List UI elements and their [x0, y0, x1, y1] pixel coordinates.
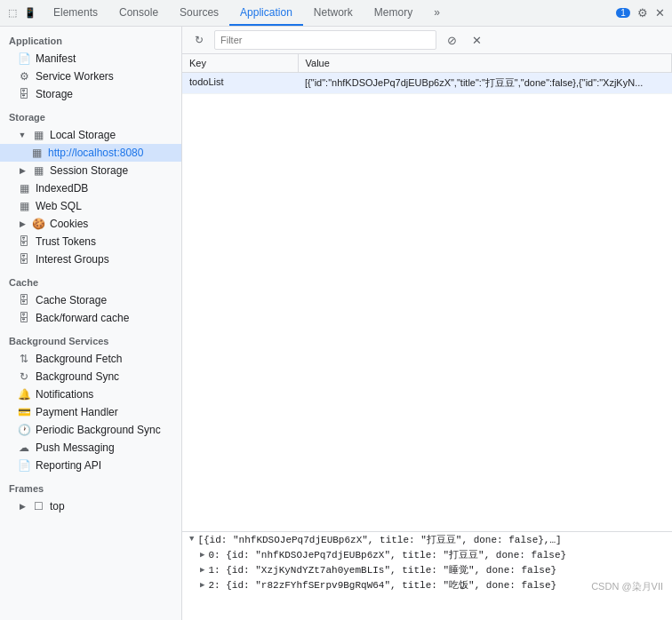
tab-sources[interactable]: Sources: [169, 0, 229, 26]
expand-frames-icon: ▶: [18, 502, 27, 511]
tab-more[interactable]: »: [423, 0, 451, 26]
websql-label: Web SQL: [36, 200, 82, 212]
table-cell-key: todoList: [182, 73, 298, 94]
tab-application[interactable]: Application: [229, 0, 303, 26]
frame-icon: ☐: [32, 500, 44, 513]
expand-icon-3[interactable]: ▶: [200, 580, 204, 590]
sidebar-item-manifest[interactable]: 📄 Manifest: [0, 50, 181, 68]
expand-icon-1[interactable]: ▶: [200, 550, 204, 560]
bottom-console: ▼ [{id: "nhfKDSOJePq7djEUBp6zX", title: …: [182, 531, 672, 620]
cookies-label: Cookies: [50, 218, 88, 230]
back-forward-cache-label: Back/forward cache: [36, 312, 129, 324]
sidebar: Application 📄 Manifest ⚙ Service Workers…: [0, 27, 182, 620]
content-area: ↻ ⊘ ✕ Key Value todoList [{"id":"nhfKDSO…: [182, 27, 672, 620]
local-storage-icon: ▦: [32, 129, 44, 141]
notifications-icon: 🔔: [18, 388, 30, 401]
refresh-button[interactable]: ↻: [189, 30, 209, 50]
console-line-1: ▶ 0: {id: "nhfKDSOJePq7djEUBp6zX", title…: [182, 547, 672, 562]
push-messaging-icon: ☁: [18, 441, 30, 454]
notification-badge: 1: [616, 8, 630, 18]
gear-icon: ⚙: [18, 70, 30, 83]
storage-icon: 🗄: [18, 88, 30, 100]
section-storage-label: Storage: [0, 103, 181, 126]
table-cell-value: [{"id":"nhfKDSOJePq7djEUBp6zX","title":"…: [298, 73, 672, 94]
storage-label: Storage: [36, 88, 73, 100]
filter-input[interactable]: [214, 30, 436, 50]
settings-icon[interactable]: ⚙: [637, 6, 648, 20]
notifications-label: Notifications: [36, 388, 93, 401]
indexeddb-label: IndexedDB: [36, 182, 88, 195]
interest-groups-icon: 🗄: [18, 253, 30, 266]
sidebar-item-periodic-bg-sync[interactable]: 🕐 Periodic Background Sync: [0, 421, 181, 439]
sidebar-item-reporting-api[interactable]: 📄 Reporting API: [0, 457, 181, 474]
periodic-bg-sync-label: Periodic Background Sync: [36, 424, 161, 436]
sidebar-item-websql[interactable]: ▦ Web SQL: [0, 197, 181, 215]
localhost-icon: ▦: [30, 147, 43, 159]
sidebar-item-payment-handler[interactable]: 💳 Payment Handler: [0, 403, 181, 421]
tab-elements[interactable]: Elements: [43, 0, 108, 26]
sidebar-item-trust-tokens[interactable]: 🗄 Trust Tokens: [0, 233, 181, 250]
sidebar-item-storage[interactable]: 🗄 Storage: [0, 85, 181, 103]
value-column-header: Value: [298, 54, 672, 73]
expand-cookies-icon: ▶: [18, 219, 27, 228]
sidebar-item-indexeddb[interactable]: ▦ IndexedDB: [0, 179, 181, 197]
payment-handler-icon: 💳: [18, 406, 30, 418]
sidebar-item-interest-groups[interactable]: 🗄 Interest Groups: [0, 250, 181, 268]
block-button[interactable]: ⊘: [442, 30, 461, 50]
expand-local-storage-icon: ▼: [18, 131, 27, 139]
sidebar-item-session-storage[interactable]: ▶ ▦ Session Storage: [0, 162, 181, 179]
console-line-3: ▶ 2: {id: "r82zFYhfSErpv9BgRqW64", title…: [182, 577, 672, 592]
sidebar-item-localhost[interactable]: ▦ http://localhost:8080: [0, 144, 181, 162]
reporting-api-icon: 📄: [18, 459, 30, 472]
console-text-3: 2: {id: "r82zFYhfSErpv9BgRqW64", title: …: [208, 578, 556, 592]
tab-console[interactable]: Console: [108, 0, 169, 26]
console-line-0: ▼ [{id: "nhfKDSOJePq7djEUBp6zX", title: …: [182, 532, 672, 547]
section-frames-label: Frames: [0, 474, 181, 497]
payment-handler-label: Payment Handler: [36, 406, 118, 418]
sidebar-item-top-frame[interactable]: ▶ ☐ top: [0, 497, 181, 515]
tab-network[interactable]: Network: [303, 0, 364, 26]
sidebar-item-notifications[interactable]: 🔔 Notifications: [0, 386, 181, 403]
tab-memory[interactable]: Memory: [364, 0, 423, 26]
sidebar-item-service-workers[interactable]: ⚙ Service Workers: [0, 68, 181, 85]
clear-button[interactable]: ✕: [467, 30, 486, 50]
websql-icon: ▦: [18, 200, 30, 212]
top-bar-right: 1 ⚙ ✕: [616, 6, 672, 20]
section-application-label: Application: [0, 27, 181, 50]
cookies-icon: 🍪: [32, 218, 44, 230]
back-forward-cache-icon: 🗄: [18, 312, 30, 324]
key-column-header: Key: [182, 54, 298, 73]
expand-session-icon: ▶: [18, 166, 27, 175]
console-text-1: 0: {id: "nhfKDSOJePq7djEUBp6zX", title: …: [208, 548, 566, 561]
sidebar-item-push-messaging[interactable]: ☁ Push Messaging: [0, 439, 181, 457]
device-icon[interactable]: 📱: [23, 6, 37, 20]
console-line-2: ▶ 1: {id: "XzjKyNdYZt7ah0yemBLIs", title…: [182, 562, 672, 577]
sidebar-item-bg-sync[interactable]: ↻ Background Sync: [0, 368, 181, 386]
top-frame-label: top: [50, 500, 65, 513]
bg-fetch-label: Background Fetch: [36, 353, 122, 365]
trust-tokens-icon: 🗄: [18, 235, 30, 248]
devtools-icons: ⬚ 📱: [0, 6, 43, 20]
local-storage-label: Local Storage: [50, 129, 116, 141]
interest-groups-label: Interest Groups: [36, 253, 109, 266]
section-bg-services-label: Background Services: [0, 327, 181, 350]
periodic-bg-sync-icon: 🕐: [18, 424, 30, 436]
session-storage-label: Session Storage: [50, 164, 128, 177]
sidebar-item-cookies[interactable]: ▶ 🍪 Cookies: [0, 215, 181, 233]
expand-icon-0[interactable]: ▼: [189, 535, 194, 544]
sidebar-item-cache-storage[interactable]: 🗄 Cache Storage: [0, 291, 181, 309]
close-icon[interactable]: ✕: [655, 6, 665, 20]
bg-fetch-icon: ⇅: [18, 353, 30, 365]
inspect-icon[interactable]: ⬚: [5, 6, 20, 20]
expand-icon-2[interactable]: ▶: [200, 565, 204, 575]
cache-storage-icon: 🗄: [18, 294, 30, 306]
session-storage-icon: ▦: [32, 164, 44, 177]
manifest-label: Manifest: [36, 52, 76, 65]
sidebar-item-bg-fetch[interactable]: ⇅ Background Fetch: [0, 350, 181, 368]
top-bar: ⬚ 📱 Elements Console Sources Application…: [0, 0, 672, 27]
bg-sync-label: Background Sync: [36, 370, 119, 383]
content-toolbar: ↻ ⊘ ✕: [182, 27, 672, 54]
table-row[interactable]: todoList [{"id":"nhfKDSOJePq7djEUBp6zX",…: [182, 73, 672, 94]
sidebar-item-back-forward-cache[interactable]: 🗄 Back/forward cache: [0, 309, 181, 327]
sidebar-item-local-storage[interactable]: ▼ ▦ Local Storage: [0, 126, 181, 144]
